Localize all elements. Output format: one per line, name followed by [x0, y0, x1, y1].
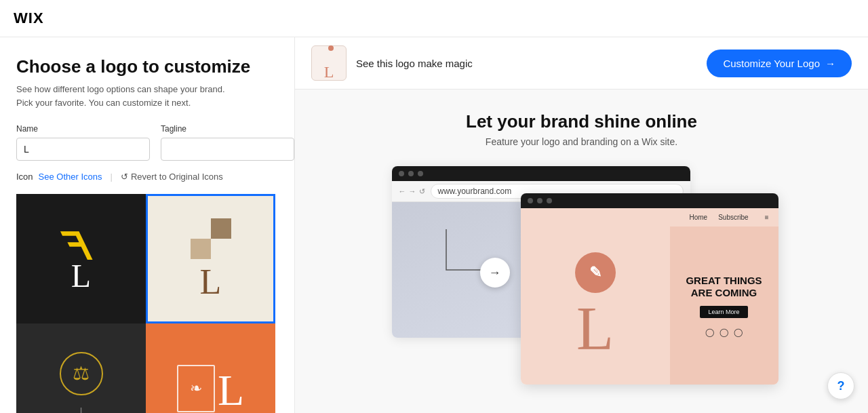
- revert-icon: ↺: [121, 172, 128, 182]
- preview-logo-thumbnail: L: [311, 45, 347, 81]
- cb-cell: [191, 218, 211, 239]
- logo-card-2[interactable]: L: [146, 194, 275, 323]
- cta-heading: GREAT THINGS ARE COMING: [686, 275, 762, 299]
- arrow-circle: →: [480, 258, 510, 288]
- front-topnav: Home Subscribe ≡: [521, 208, 778, 227]
- front-titlebar: [521, 193, 778, 208]
- nav-icons: ← → ↺: [399, 187, 425, 196]
- wreath-box: ❧: [177, 365, 215, 412]
- name-field-group: Name: [16, 124, 150, 161]
- main-layout: Choose a logo to customize See how diffe…: [0, 37, 868, 413]
- nav-subscribe: Subscribe: [718, 214, 748, 221]
- logo-grid: 𝘍 L L: [16, 194, 278, 413]
- logo-grid-container: 𝘍 L L: [16, 194, 278, 413]
- tagline-field-group: Tagline: [161, 124, 294, 161]
- wix-logo: WIX: [14, 9, 44, 27]
- logo-card-4[interactable]: ❧ L: [146, 323, 275, 413]
- cb-cell: [191, 239, 211, 259]
- see-other-icons-link[interactable]: See Other Icons: [39, 172, 102, 182]
- orange-l: L: [218, 369, 244, 412]
- facebook-icon: ◯: [705, 328, 714, 337]
- dot-3: [418, 171, 423, 176]
- left-panel: Choose a logo to customize See how diffe…: [0, 37, 295, 413]
- help-button[interactable]: ?: [827, 372, 854, 399]
- hamburger-icon: ≡: [765, 214, 769, 221]
- thumb-letter: L: [324, 63, 334, 81]
- logo-card-1[interactable]: 𝘍 L: [16, 194, 146, 323]
- dot-f1: [528, 198, 533, 203]
- dot-1: [399, 171, 404, 176]
- instagram-icon: ◯: [734, 328, 743, 337]
- icon-prefix: Icon: [16, 172, 33, 182]
- yellow-figure: 𝘍: [71, 226, 92, 267]
- right-panel: L See this logo make magic Customize You…: [295, 37, 868, 413]
- dot-f2: [537, 198, 542, 203]
- cb-cell: [211, 218, 231, 239]
- help-icon: ?: [837, 379, 845, 393]
- preview-subheading: Feature your logo and branding on a Wix …: [486, 136, 677, 147]
- learn-more-button[interactable]: Learn More: [700, 306, 747, 318]
- reload-icon: ↺: [419, 187, 425, 196]
- thumb-dot: [328, 45, 334, 51]
- browser-mockups: ← → ↺ www.yourbrand.com: [392, 166, 772, 390]
- form-row: Name Tagline: [16, 124, 278, 161]
- dot-2: [408, 171, 414, 176]
- name-label: Name: [16, 124, 150, 134]
- forward-icon: →: [409, 187, 416, 196]
- front-l-letter: L: [576, 298, 614, 359]
- divider: |: [111, 172, 113, 182]
- white-l-3: |: [79, 404, 83, 413]
- front-content: ✎ L GREAT THINGS ARE COMING Le: [521, 227, 778, 385]
- page-heading: Choose a logo to customize: [16, 56, 278, 77]
- checkerboard: [191, 218, 231, 259]
- back-icon: ←: [399, 187, 406, 196]
- preview-tagline: See this logo make magic: [356, 58, 473, 69]
- customize-logo-button[interactable]: Customize Your Logo →: [707, 50, 852, 77]
- tagline-input[interactable]: [161, 138, 294, 161]
- preview-logo-info: L See this logo make magic: [311, 45, 473, 81]
- twitter-icon: ◯: [719, 328, 728, 337]
- header: WIX: [0, 0, 868, 37]
- icon-row: Icon See Other Icons | ↺ Revert to Origi…: [16, 172, 278, 182]
- dot-f3: [547, 198, 552, 203]
- gold-circle: ⚖: [60, 352, 103, 395]
- tagline-label: Tagline: [161, 124, 294, 134]
- preview-topbar: L See this logo make magic Customize You…: [295, 37, 868, 90]
- wreath-icon: ❧: [190, 380, 202, 397]
- cb-cell: [211, 239, 231, 259]
- front-left-area: ✎ L: [521, 227, 670, 385]
- logo-card-3[interactable]: ⚖ |: [16, 323, 146, 413]
- nav-home: Home: [690, 214, 708, 221]
- subtitle: See how different logo options can shape…: [16, 83, 278, 109]
- arrow-icon: →: [825, 58, 835, 69]
- preview-area: Let your brand shine online Feature your…: [295, 90, 868, 413]
- back-titlebar: [392, 166, 690, 181]
- browser-front: Home Subscribe ≡ ✎ L: [521, 193, 778, 385]
- social-icons: ◯ ◯ ◯: [705, 328, 743, 337]
- preview-heading: Let your brand shine online: [466, 111, 697, 132]
- name-input[interactable]: [16, 138, 150, 161]
- front-right-area: GREAT THINGS ARE COMING Learn More ◯ ◯ ◯: [670, 227, 778, 385]
- browser-front-body: Home Subscribe ≡ ✎ L: [521, 208, 778, 385]
- revert-button[interactable]: ↺ Revert to Original Icons: [121, 172, 223, 182]
- brown-l: L: [200, 264, 222, 300]
- gold-icon: ⚖: [73, 362, 90, 385]
